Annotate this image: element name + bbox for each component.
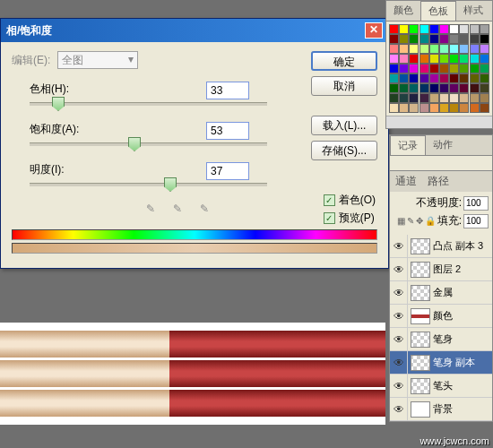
swatch[interactable] <box>429 54 439 64</box>
swatch[interactable] <box>470 24 480 34</box>
swatch[interactable] <box>429 24 439 34</box>
swatch[interactable] <box>470 93 480 103</box>
swatch[interactable] <box>429 73 439 83</box>
swatch[interactable] <box>409 34 419 44</box>
swatch[interactable] <box>439 34 449 44</box>
layer-thumbnail[interactable] <box>411 332 430 348</box>
swatch[interactable] <box>459 83 469 93</box>
swatch[interactable] <box>409 103 419 113</box>
swatch[interactable] <box>449 73 459 83</box>
swatch[interactable] <box>419 103 429 113</box>
swatch[interactable] <box>480 93 489 103</box>
swatch[interactable] <box>470 44 480 54</box>
visibility-icon[interactable]: 👁 <box>394 357 404 369</box>
layer-item[interactable]: 👁 笔身 <box>390 328 492 351</box>
swatch[interactable] <box>419 73 429 83</box>
swatch[interactable] <box>399 24 409 34</box>
load-button[interactable]: 载入(L)... <box>311 116 377 135</box>
eyedropper-icon[interactable]: ✎ <box>146 202 164 220</box>
swatch[interactable] <box>449 83 459 93</box>
swatch[interactable] <box>399 103 409 113</box>
swatch[interactable] <box>389 103 399 113</box>
swatch[interactable] <box>429 93 439 103</box>
swatch[interactable] <box>419 44 429 54</box>
layer-item[interactable]: 👁 笔头 <box>390 375 492 398</box>
layer-item[interactable]: 👁 笔身 副本 <box>390 351 492 375</box>
swatch[interactable] <box>459 24 469 34</box>
eyedropper-subtract-icon[interactable]: ✎ <box>200 202 218 220</box>
tab-paths[interactable]: 路径 <box>422 171 454 192</box>
swatch[interactable] <box>449 34 459 44</box>
swatch[interactable] <box>389 34 399 44</box>
edit-dropdown[interactable]: 全图 ▾ <box>57 51 138 69</box>
visibility-icon[interactable]: 👁 <box>394 240 404 253</box>
visibility-icon[interactable]: 👁 <box>394 263 404 276</box>
swatch[interactable] <box>389 64 399 73</box>
layer-thumbnail[interactable] <box>411 308 430 324</box>
swatch[interactable] <box>439 73 449 83</box>
lightness-slider[interactable] <box>30 183 267 186</box>
tab-channels[interactable]: 通道 <box>390 171 422 192</box>
swatch[interactable] <box>459 103 469 113</box>
swatch[interactable] <box>449 64 459 73</box>
swatch[interactable] <box>439 103 449 113</box>
swatch[interactable] <box>449 54 459 64</box>
tab-history[interactable]: 记录 <box>390 135 426 155</box>
swatch[interactable] <box>399 93 409 103</box>
swatch[interactable] <box>459 73 469 83</box>
swatch[interactable] <box>459 64 469 73</box>
swatch[interactable] <box>470 103 480 113</box>
layer-thumbnail[interactable] <box>411 238 430 254</box>
swatch[interactable] <box>470 64 480 73</box>
ok-button[interactable]: 确定 <box>311 51 377 71</box>
swatch[interactable] <box>389 54 399 64</box>
opacity-input[interactable] <box>463 196 489 211</box>
swatch[interactable] <box>459 34 469 44</box>
swatch[interactable] <box>449 24 459 34</box>
layer-thumbnail[interactable] <box>411 285 430 301</box>
tab-color[interactable]: 颜色 <box>386 1 420 21</box>
visibility-icon[interactable]: 👁 <box>394 333 404 346</box>
swatch[interactable] <box>439 44 449 54</box>
tab-actions[interactable]: 动作 <box>426 135 460 155</box>
swatch[interactable] <box>439 64 449 73</box>
swatch[interactable] <box>470 34 480 44</box>
visibility-icon[interactable]: 👁 <box>394 403 404 416</box>
swatch[interactable] <box>419 54 429 64</box>
lock-move-icon[interactable]: ✥ <box>416 216 423 226</box>
swatch[interactable] <box>419 93 429 103</box>
swatch[interactable] <box>439 83 449 93</box>
layer-item[interactable]: 👁 背景 <box>390 398 492 421</box>
lock-transparent-icon[interactable]: ▦ <box>397 216 405 226</box>
swatch[interactable] <box>409 64 419 73</box>
swatch[interactable] <box>429 83 439 93</box>
swatch[interactable] <box>480 54 489 64</box>
swatch[interactable] <box>429 34 439 44</box>
swatch[interactable] <box>480 83 489 93</box>
layer-thumbnail[interactable] <box>411 262 430 278</box>
swatch[interactable] <box>480 24 489 34</box>
cancel-button[interactable]: 取消 <box>311 76 377 96</box>
swatch[interactable] <box>419 24 429 34</box>
layer-item[interactable]: 👁 凸点 副本 3 <box>390 235 492 258</box>
swatch[interactable] <box>470 54 480 64</box>
swatch[interactable] <box>419 64 429 73</box>
fill-input[interactable] <box>463 214 489 228</box>
saturation-slider[interactable] <box>30 142 267 146</box>
lightness-input[interactable] <box>206 162 249 180</box>
swatch[interactable] <box>399 83 409 93</box>
visibility-icon[interactable]: 👁 <box>394 310 404 323</box>
hue-input[interactable] <box>206 82 249 99</box>
layer-item[interactable]: 👁 颜色 <box>390 305 492 328</box>
swatch[interactable] <box>480 34 489 44</box>
swatch[interactable] <box>449 44 459 54</box>
lock-all-icon[interactable]: 🔒 <box>425 216 436 226</box>
swatch[interactable] <box>470 83 480 93</box>
saturation-input[interactable] <box>206 122 249 140</box>
swatch[interactable] <box>389 93 399 103</box>
swatch[interactable] <box>419 83 429 93</box>
swatch[interactable] <box>429 44 439 54</box>
swatch[interactable] <box>389 44 399 54</box>
swatch[interactable] <box>399 34 409 44</box>
swatch[interactable] <box>429 64 439 73</box>
